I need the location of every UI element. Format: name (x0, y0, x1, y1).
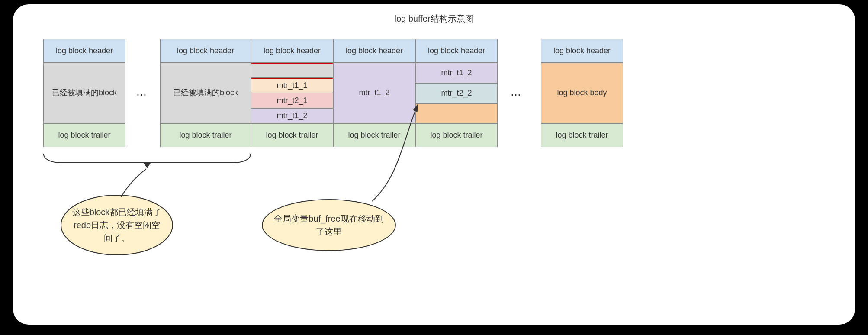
diagram-panel: log buffer结构示意图 log block header 已经被填满的b… (13, 4, 855, 325)
arrow-buf-free (13, 4, 662, 307)
canvas: log buffer结构示意图 log block header 已经被填满的b… (0, 0, 868, 335)
